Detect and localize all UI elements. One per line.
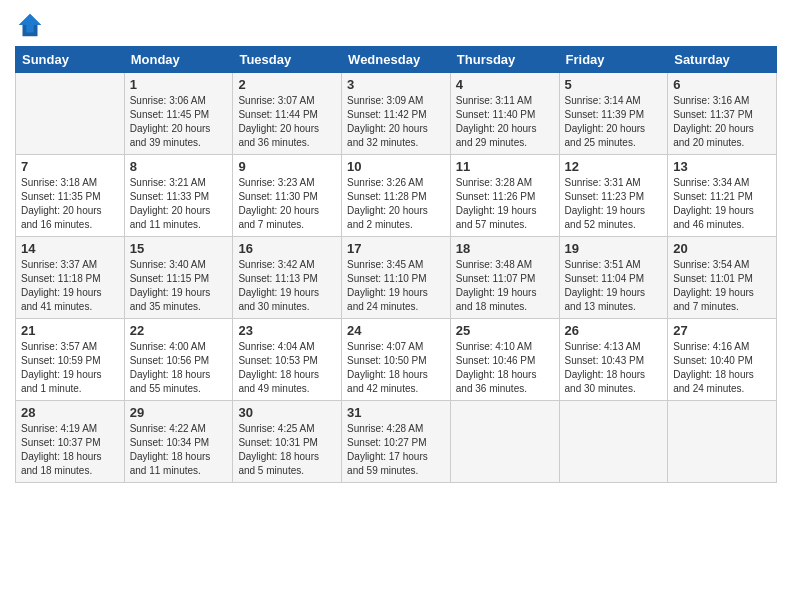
calendar-cell: 17Sunrise: 3:45 AM Sunset: 11:10 PM Dayl… — [342, 237, 451, 319]
day-info: Sunrise: 3:09 AM Sunset: 11:42 PM Daylig… — [347, 94, 445, 150]
calendar-cell: 22Sunrise: 4:00 AM Sunset: 10:56 PM Dayl… — [124, 319, 233, 401]
day-number: 5 — [565, 77, 663, 92]
day-info: Sunrise: 3:57 AM Sunset: 10:59 PM Daylig… — [21, 340, 119, 396]
day-info: Sunrise: 4:19 AM Sunset: 10:37 PM Daylig… — [21, 422, 119, 478]
calendar-cell: 25Sunrise: 4:10 AM Sunset: 10:46 PM Dayl… — [450, 319, 559, 401]
day-info: Sunrise: 3:16 AM Sunset: 11:37 PM Daylig… — [673, 94, 771, 150]
day-number: 3 — [347, 77, 445, 92]
calendar-cell: 31Sunrise: 4:28 AM Sunset: 10:27 PM Dayl… — [342, 401, 451, 483]
column-header-monday: Monday — [124, 47, 233, 73]
day-number: 25 — [456, 323, 554, 338]
day-number: 22 — [130, 323, 228, 338]
calendar-cell: 30Sunrise: 4:25 AM Sunset: 10:31 PM Dayl… — [233, 401, 342, 483]
calendar-table: SundayMondayTuesdayWednesdayThursdayFrid… — [15, 46, 777, 483]
day-info: Sunrise: 3:48 AM Sunset: 11:07 PM Daylig… — [456, 258, 554, 314]
logo-icon — [15, 10, 45, 40]
column-header-sunday: Sunday — [16, 47, 125, 73]
calendar-cell: 7Sunrise: 3:18 AM Sunset: 11:35 PM Dayli… — [16, 155, 125, 237]
calendar-cell: 23Sunrise: 4:04 AM Sunset: 10:53 PM Dayl… — [233, 319, 342, 401]
calendar-cell — [668, 401, 777, 483]
day-number: 14 — [21, 241, 119, 256]
header-row: SundayMondayTuesdayWednesdayThursdayFrid… — [16, 47, 777, 73]
day-info: Sunrise: 3:51 AM Sunset: 11:04 PM Daylig… — [565, 258, 663, 314]
calendar-cell: 6Sunrise: 3:16 AM Sunset: 11:37 PM Dayli… — [668, 73, 777, 155]
column-header-tuesday: Tuesday — [233, 47, 342, 73]
day-number: 16 — [238, 241, 336, 256]
day-info: Sunrise: 4:13 AM Sunset: 10:43 PM Daylig… — [565, 340, 663, 396]
calendar-cell: 21Sunrise: 3:57 AM Sunset: 10:59 PM Dayl… — [16, 319, 125, 401]
day-info: Sunrise: 4:04 AM Sunset: 10:53 PM Daylig… — [238, 340, 336, 396]
day-info: Sunrise: 3:54 AM Sunset: 11:01 PM Daylig… — [673, 258, 771, 314]
logo — [15, 10, 49, 40]
day-number: 19 — [565, 241, 663, 256]
day-number: 4 — [456, 77, 554, 92]
day-number: 20 — [673, 241, 771, 256]
calendar-cell: 9Sunrise: 3:23 AM Sunset: 11:30 PM Dayli… — [233, 155, 342, 237]
day-number: 12 — [565, 159, 663, 174]
calendar-cell: 18Sunrise: 3:48 AM Sunset: 11:07 PM Dayl… — [450, 237, 559, 319]
day-number: 28 — [21, 405, 119, 420]
day-info: Sunrise: 3:42 AM Sunset: 11:13 PM Daylig… — [238, 258, 336, 314]
day-number: 15 — [130, 241, 228, 256]
calendar-cell: 20Sunrise: 3:54 AM Sunset: 11:01 PM Dayl… — [668, 237, 777, 319]
day-info: Sunrise: 4:00 AM Sunset: 10:56 PM Daylig… — [130, 340, 228, 396]
calendar-cell: 11Sunrise: 3:28 AM Sunset: 11:26 PM Dayl… — [450, 155, 559, 237]
day-info: Sunrise: 3:34 AM Sunset: 11:21 PM Daylig… — [673, 176, 771, 232]
column-header-wednesday: Wednesday — [342, 47, 451, 73]
day-number: 13 — [673, 159, 771, 174]
calendar-cell: 12Sunrise: 3:31 AM Sunset: 11:23 PM Dayl… — [559, 155, 668, 237]
calendar-cell: 28Sunrise: 4:19 AM Sunset: 10:37 PM Dayl… — [16, 401, 125, 483]
day-number: 31 — [347, 405, 445, 420]
calendar-cell: 8Sunrise: 3:21 AM Sunset: 11:33 PM Dayli… — [124, 155, 233, 237]
day-info: Sunrise: 3:14 AM Sunset: 11:39 PM Daylig… — [565, 94, 663, 150]
calendar-cell: 26Sunrise: 4:13 AM Sunset: 10:43 PM Dayl… — [559, 319, 668, 401]
day-number: 26 — [565, 323, 663, 338]
day-info: Sunrise: 3:40 AM Sunset: 11:15 PM Daylig… — [130, 258, 228, 314]
day-number: 21 — [21, 323, 119, 338]
day-number: 1 — [130, 77, 228, 92]
day-number: 17 — [347, 241, 445, 256]
day-info: Sunrise: 3:11 AM Sunset: 11:40 PM Daylig… — [456, 94, 554, 150]
day-info: Sunrise: 3:23 AM Sunset: 11:30 PM Daylig… — [238, 176, 336, 232]
week-row-4: 21Sunrise: 3:57 AM Sunset: 10:59 PM Dayl… — [16, 319, 777, 401]
column-header-thursday: Thursday — [450, 47, 559, 73]
day-info: Sunrise: 3:31 AM Sunset: 11:23 PM Daylig… — [565, 176, 663, 232]
day-number: 2 — [238, 77, 336, 92]
day-number: 29 — [130, 405, 228, 420]
day-number: 18 — [456, 241, 554, 256]
week-row-2: 7Sunrise: 3:18 AM Sunset: 11:35 PM Dayli… — [16, 155, 777, 237]
day-info: Sunrise: 3:18 AM Sunset: 11:35 PM Daylig… — [21, 176, 119, 232]
day-number: 27 — [673, 323, 771, 338]
week-row-1: 1Sunrise: 3:06 AM Sunset: 11:45 PM Dayli… — [16, 73, 777, 155]
day-info: Sunrise: 3:28 AM Sunset: 11:26 PM Daylig… — [456, 176, 554, 232]
day-info: Sunrise: 4:22 AM Sunset: 10:34 PM Daylig… — [130, 422, 228, 478]
calendar-cell: 19Sunrise: 3:51 AM Sunset: 11:04 PM Dayl… — [559, 237, 668, 319]
day-info: Sunrise: 4:07 AM Sunset: 10:50 PM Daylig… — [347, 340, 445, 396]
week-row-3: 14Sunrise: 3:37 AM Sunset: 11:18 PM Dayl… — [16, 237, 777, 319]
calendar-cell: 5Sunrise: 3:14 AM Sunset: 11:39 PM Dayli… — [559, 73, 668, 155]
calendar-cell — [450, 401, 559, 483]
day-number: 10 — [347, 159, 445, 174]
calendar-cell: 3Sunrise: 3:09 AM Sunset: 11:42 PM Dayli… — [342, 73, 451, 155]
calendar-cell: 4Sunrise: 3:11 AM Sunset: 11:40 PM Dayli… — [450, 73, 559, 155]
week-row-5: 28Sunrise: 4:19 AM Sunset: 10:37 PM Dayl… — [16, 401, 777, 483]
day-info: Sunrise: 3:45 AM Sunset: 11:10 PM Daylig… — [347, 258, 445, 314]
calendar-cell: 10Sunrise: 3:26 AM Sunset: 11:28 PM Dayl… — [342, 155, 451, 237]
svg-marker-1 — [19, 14, 42, 33]
page: SundayMondayTuesdayWednesdayThursdayFrid… — [0, 0, 792, 612]
day-info: Sunrise: 3:06 AM Sunset: 11:45 PM Daylig… — [130, 94, 228, 150]
calendar-cell: 13Sunrise: 3:34 AM Sunset: 11:21 PM Dayl… — [668, 155, 777, 237]
header — [15, 10, 777, 40]
day-number: 30 — [238, 405, 336, 420]
day-info: Sunrise: 4:25 AM Sunset: 10:31 PM Daylig… — [238, 422, 336, 478]
calendar-cell: 2Sunrise: 3:07 AM Sunset: 11:44 PM Dayli… — [233, 73, 342, 155]
day-number: 24 — [347, 323, 445, 338]
calendar-cell: 27Sunrise: 4:16 AM Sunset: 10:40 PM Dayl… — [668, 319, 777, 401]
calendar-cell — [16, 73, 125, 155]
day-info: Sunrise: 3:37 AM Sunset: 11:18 PM Daylig… — [21, 258, 119, 314]
calendar-cell: 15Sunrise: 3:40 AM Sunset: 11:15 PM Dayl… — [124, 237, 233, 319]
calendar-cell: 16Sunrise: 3:42 AM Sunset: 11:13 PM Dayl… — [233, 237, 342, 319]
day-info: Sunrise: 4:16 AM Sunset: 10:40 PM Daylig… — [673, 340, 771, 396]
day-number: 9 — [238, 159, 336, 174]
day-number: 11 — [456, 159, 554, 174]
